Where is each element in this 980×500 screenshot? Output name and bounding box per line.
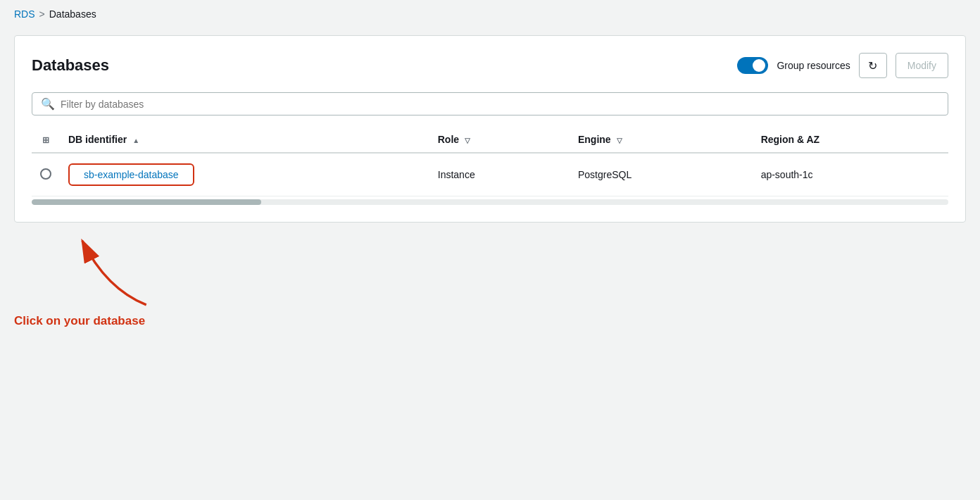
table-col-expand: ⊞ [32, 127, 60, 153]
databases-table-container: ⊞ DB identifier ▲ Role ▽ Engine ▽ [32, 127, 948, 205]
search-input[interactable] [61, 99, 939, 110]
table-col-region: Region & AZ [753, 127, 948, 153]
engine-filter-icon: ▽ [617, 137, 622, 144]
role-cell: Instance [429, 153, 570, 196]
search-bar: 🔍 [32, 92, 948, 115]
breadcrumb-separator: > [39, 8, 45, 20]
refresh-button[interactable]: ↻ [859, 53, 887, 78]
search-icon: 🔍 [41, 97, 55, 111]
refresh-icon: ↻ [868, 59, 877, 73]
engine-cell: PostgreSQL [570, 153, 753, 196]
group-resources-toggle[interactable] [737, 57, 768, 74]
db-identifier-link[interactable]: sb-example-database [84, 169, 179, 180]
row-radio-button[interactable] [40, 168, 51, 180]
sort-asc-icon: ▲ [132, 137, 139, 144]
annotation-text: Click on your database [14, 314, 145, 328]
table-col-role[interactable]: Role ▽ [429, 127, 570, 153]
databases-table: ⊞ DB identifier ▲ Role ▽ Engine ▽ [32, 127, 948, 196]
scrollbar-thumb [32, 199, 261, 205]
table-header-row: ⊞ DB identifier ▲ Role ▽ Engine ▽ [32, 127, 948, 153]
expand-all-icon[interactable]: ⊞ [42, 135, 49, 145]
group-resources-label: Group resources [777, 60, 850, 71]
annotation-area: Click on your database [0, 251, 980, 335]
breadcrumb-current-page: Databases [49, 8, 96, 20]
header-controls: Group resources ↻ Modify [737, 53, 948, 78]
table-scrollbar[interactable] [32, 199, 948, 205]
breadcrumb: RDS > Databases [0, 0, 980, 28]
main-panel: Databases Group resources ↻ Modify 🔍 ⊞ [14, 35, 966, 223]
row-radio-cell [32, 153, 60, 196]
page-title: Databases [32, 56, 109, 75]
table-col-db-identifier[interactable]: DB identifier ▲ [60, 127, 429, 153]
db-identifier-cell: sb-example-database [60, 153, 429, 196]
role-filter-icon: ▽ [465, 137, 470, 144]
db-identifier-highlight-box: sb-example-database [68, 163, 194, 186]
annotation-arrow-svg [42, 208, 218, 321]
table-col-engine[interactable]: Engine ▽ [570, 127, 753, 153]
modify-button[interactable]: Modify [896, 53, 948, 78]
table-row: sb-example-database Instance PostgreSQL … [32, 153, 948, 196]
header-row: Databases Group resources ↻ Modify [32, 53, 948, 78]
breadcrumb-rds-link[interactable]: RDS [14, 8, 35, 20]
region-cell: ap-south-1c [753, 153, 948, 196]
